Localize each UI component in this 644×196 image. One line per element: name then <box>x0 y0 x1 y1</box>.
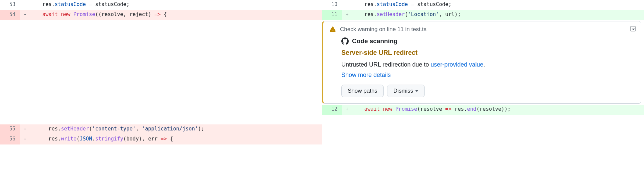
line-code[interactable]: await new Promise((resolve, reject) => { <box>30 10 322 20</box>
line-marker <box>342 0 352 10</box>
diff-line[interactable]: 54 - await new Promise((resolve, reject)… <box>0 10 322 20</box>
diff-line[interactable]: 56 - res.write(JSON.stringify(body), err… <box>0 134 322 144</box>
caret-down-icon <box>415 89 418 93</box>
line-number[interactable]: 12 <box>322 105 342 115</box>
diff-filler <box>0 20 322 124</box>
line-code[interactable]: await new Promise(resolve => res.end(res… <box>352 105 644 115</box>
line-number[interactable]: 11 <box>322 10 342 20</box>
dismiss-button[interactable]: Dismiss <box>387 85 425 97</box>
line-marker <box>20 0 30 10</box>
line-number[interactable]: 54 <box>0 10 20 20</box>
annotation-desc-link[interactable]: user-provided value <box>430 61 483 68</box>
diff-filler <box>322 115 644 125</box>
diff-line[interactable]: 10 res.statusCode = statusCode; <box>322 0 644 10</box>
diff-right-pane: 10 res.statusCode = statusCode; 11 + res… <box>322 0 644 144</box>
code-scanning-annotation: Check warning on line 11 in test.ts Code… <box>322 20 644 105</box>
line-number[interactable]: 55 <box>0 124 20 134</box>
annotation-header: Check warning on line 11 in test.ts <box>340 26 426 33</box>
line-marker: - <box>20 124 30 134</box>
annotation-title: Server-side URL redirect <box>341 49 635 57</box>
github-icon <box>341 37 349 45</box>
alert-icon <box>329 26 336 33</box>
line-code[interactable]: res.statusCode = statusCode; <box>30 0 322 10</box>
diff-line[interactable]: 12 + await new Promise(resolve => res.en… <box>322 105 644 115</box>
diff-left-pane: 53 res.statusCode = statusCode; 54 - awa… <box>0 0 322 144</box>
line-code[interactable]: res.write(JSON.stringify(body), err => { <box>30 134 322 144</box>
line-code[interactable]: res.statusCode = statusCode; <box>352 0 644 10</box>
line-marker: - <box>20 10 30 20</box>
line-marker: + <box>342 105 352 115</box>
diff-line[interactable]: 55 - res.setHeader('content-type', 'appl… <box>0 124 322 134</box>
line-code[interactable]: res.setHeader('content-type', 'applicati… <box>30 124 322 134</box>
line-marker: + <box>342 10 352 20</box>
line-number[interactable]: 56 <box>0 134 20 144</box>
diff-line[interactable]: 53 res.statusCode = statusCode; <box>0 0 322 10</box>
line-number[interactable]: 53 <box>0 0 20 10</box>
annotation-menu-icon[interactable] <box>630 25 636 32</box>
line-code[interactable]: res.setHeader('Location', url); <box>352 10 644 20</box>
annotation-description: Untrusted URL redirection due to user-pr… <box>341 61 635 68</box>
line-marker: - <box>20 134 30 144</box>
diff-line[interactable]: 11 + res.setHeader('Location', url); <box>322 10 644 20</box>
show-paths-button[interactable]: Show paths <box>341 85 384 97</box>
line-number[interactable]: 10 <box>322 0 342 10</box>
annotation-source: Code scanning <box>352 37 397 45</box>
show-more-details-link[interactable]: Show more details <box>341 72 391 79</box>
